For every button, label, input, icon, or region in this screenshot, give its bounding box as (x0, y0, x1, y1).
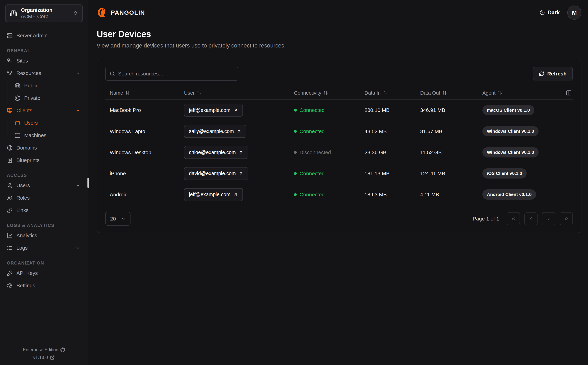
sidebar-item-domains[interactable]: Domains (0, 141, 88, 154)
edition-link[interactable]: Enterprise Edition (23, 347, 65, 352)
section-logs-analytics: LOGS & ANALYTICS (0, 221, 88, 229)
sidebar-scrollbar-thumb[interactable] (87, 178, 89, 188)
sort-data-in[interactable]: Data In (365, 90, 420, 96)
connectivity-status: Disconnected (294, 149, 365, 155)
chevrons-up-down-icon (73, 11, 78, 16)
laptop-icon (15, 120, 20, 126)
gear-icon (7, 283, 13, 288)
refresh-icon (539, 71, 544, 76)
receipt-icon (7, 157, 13, 163)
table-row: iPhone david@example.com Connected 181.1… (105, 163, 573, 184)
sidebar-item-blueprints[interactable]: Blueprints (0, 154, 88, 166)
arrow-up-right-icon (234, 192, 238, 197)
column-label: User (184, 90, 195, 96)
sidebar-item-label: Blueprints (16, 157, 39, 163)
users-icon (7, 195, 13, 201)
sort-name[interactable]: Name (105, 90, 184, 96)
search-box (105, 67, 238, 81)
refresh-button[interactable]: Refresh (533, 67, 573, 80)
sidebar-item-public[interactable]: Public (0, 79, 88, 92)
pagination-last-button[interactable] (560, 212, 573, 225)
sort-user[interactable]: User (184, 90, 294, 96)
topbar-controls: Dark M (539, 6, 581, 20)
pagination-first-icon (511, 216, 516, 221)
org-value: ACME Corp. (21, 13, 69, 20)
columns-icon (566, 90, 572, 96)
status-dot-icon (294, 172, 297, 175)
clients-subnav: Users Machines (0, 117, 88, 141)
sidebar-item-resources[interactable]: Resources (0, 67, 88, 79)
sort-connectivity[interactable]: Connectivity (294, 90, 365, 96)
column-label: Connectivity (294, 90, 321, 96)
sidebar-item-machines[interactable]: Machines (0, 129, 88, 141)
arrow-up-right-icon (239, 150, 243, 155)
status-dot-icon (294, 130, 297, 133)
section-organization: ORGANIZATION (0, 259, 88, 267)
sort-data-out[interactable]: Data Out (420, 90, 482, 96)
sort-agent[interactable]: Agent (482, 90, 573, 96)
columns-toggle-button[interactable] (566, 90, 572, 96)
sidebar-item-api-keys[interactable]: API Keys (0, 267, 88, 279)
sidebar-item-server-admin[interactable]: Server Admin (0, 29, 88, 42)
page-subtitle: View and manage devices that users use t… (97, 42, 581, 49)
column-label: Agent (482, 90, 495, 96)
sidebar-item-client-users[interactable]: Users (0, 117, 88, 129)
status-text: Connected (300, 128, 325, 134)
user-email: sally@example.com (189, 128, 234, 134)
sidebar-item-label: Links (16, 207, 29, 213)
section-access: ACCESS (0, 171, 88, 179)
user-link[interactable]: chloe@example.com (184, 146, 248, 159)
sidebar-item-access-users[interactable]: Users (0, 179, 88, 192)
sidebar-item-label: Server Admin (16, 33, 48, 38)
user-link[interactable]: david@example.com (184, 167, 248, 180)
sidebar-item-analytics[interactable]: Analytics (0, 229, 88, 242)
agent-badge: macOS Client v0.1.0 (482, 105, 534, 115)
table-row: Windows Lapto sally@example.com Connecte… (105, 121, 573, 142)
sidebar-item-roles[interactable]: Roles (0, 192, 88, 204)
org-switcher[interactable]: Organization ACME Corp. (5, 4, 83, 22)
sidebar-item-settings[interactable]: Settings (0, 279, 88, 292)
search-icon (110, 71, 115, 76)
user-link[interactable]: jeff@example.com (184, 188, 243, 201)
device-name: Android (105, 192, 184, 197)
search-input[interactable] (118, 71, 234, 77)
sidebar-item-label: Private (24, 95, 40, 101)
globe-lock-icon (15, 95, 20, 101)
page-size-select[interactable]: 20 (105, 212, 130, 226)
brand-logo[interactable]: PANGOLIN (97, 7, 145, 18)
card-toolbar: Refresh (105, 67, 573, 81)
sidebar-item-logs[interactable]: Logs (0, 242, 88, 254)
pagination-prev-button[interactable] (524, 212, 538, 225)
brand-name: PANGOLIN (111, 9, 145, 16)
user-icon (7, 183, 13, 188)
sidebar-item-clients[interactable]: Clients (0, 104, 88, 117)
column-label: Name (110, 90, 123, 96)
user-link[interactable]: sally@example.com (184, 125, 246, 138)
sidebar-item-private[interactable]: Private (0, 92, 88, 104)
status-text: Connected (300, 107, 325, 113)
theme-toggle[interactable]: Dark (539, 9, 560, 16)
version-label: v1.13.0 (33, 355, 48, 360)
data-in-value: 280.10 MB (365, 107, 420, 113)
user-avatar[interactable]: M (567, 6, 581, 20)
sidebar-item-label: Resources (16, 70, 41, 76)
sort-icon (383, 91, 387, 95)
sidebar-item-sites[interactable]: Sites (0, 55, 88, 67)
pagination-first-button[interactable] (507, 212, 520, 225)
user-link[interactable]: jeff@example.com (184, 104, 243, 117)
pagination-next-button[interactable] (542, 212, 555, 225)
user-email: chloe@example.com (189, 149, 236, 155)
sidebar-item-links[interactable]: Links (0, 204, 88, 217)
data-out-value: 124.41 MB (420, 171, 482, 176)
table-row: MacBook Pro jeff@example.com Connected 2… (105, 100, 573, 121)
column-label: Data Out (420, 90, 440, 96)
user-email: jeff@example.com (189, 192, 230, 197)
sidebar-item-label: Domains (16, 145, 37, 151)
waypoints-icon (7, 70, 13, 76)
page-title: User Devices (97, 29, 581, 39)
chevron-down-icon (76, 246, 80, 250)
version-link[interactable]: v1.13.0 (33, 355, 55, 360)
sort-icon (442, 91, 447, 95)
data-out-value: 31.67 MB (420, 128, 482, 134)
key-icon (7, 270, 13, 276)
